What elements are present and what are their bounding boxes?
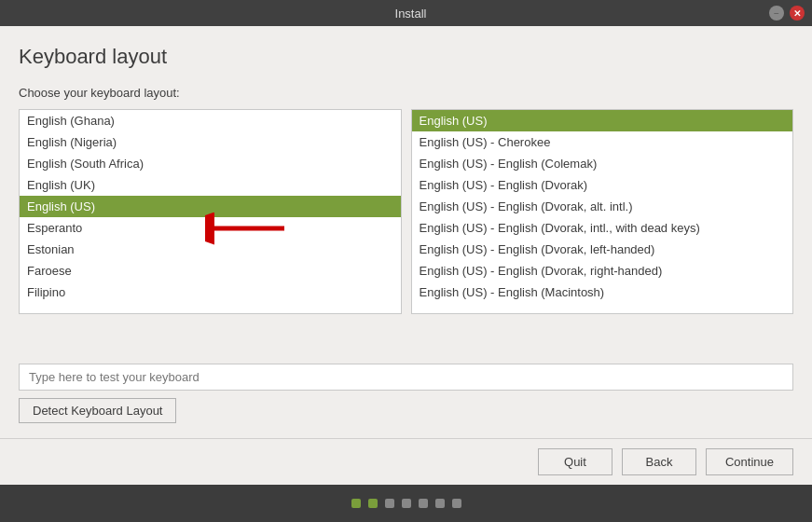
bottom-navigation: Quit Back Continue: [0, 438, 812, 485]
progress-dot: [385, 499, 394, 508]
page-title: Keyboard layout: [19, 45, 793, 69]
list-item[interactable]: Estonian: [20, 239, 401, 260]
lists-container: English (Ghana)English (Nigeria)English …: [19, 109, 793, 347]
keyboard-test-input[interactable]: [19, 364, 793, 391]
list-item[interactable]: English (US) - English (Colemak): [412, 153, 793, 174]
detect-button-wrap: Detect Keyboard Layout: [19, 398, 793, 423]
list-item[interactable]: English (Nigeria): [20, 131, 401, 153]
list-item[interactable]: Filipino: [20, 282, 401, 303]
back-button[interactable]: Back: [622, 448, 696, 475]
progress-dot: [351, 499, 361, 508]
progress-dot: [435, 499, 445, 508]
list-item[interactable]: English (US) - English (Dvorak, left-han…: [412, 239, 793, 260]
list-item[interactable]: English (South Africa): [20, 153, 401, 174]
progress-dot: [402, 499, 411, 508]
close-button[interactable]: ✕: [790, 6, 805, 21]
list-item[interactable]: English (US) - English (Dvorak, right-ha…: [412, 260, 793, 282]
continue-button[interactable]: Continue: [706, 448, 793, 475]
list-item[interactable]: Faroese: [20, 260, 401, 282]
quit-button[interactable]: Quit: [538, 448, 612, 475]
title-bar: Install − ✕: [0, 0, 812, 26]
list-item[interactable]: English (US) - Cherokee: [412, 131, 793, 153]
list-item[interactable]: Esperanto: [20, 217, 401, 239]
list-item[interactable]: English (US) - English (Dvorak, alt. int…: [412, 196, 793, 217]
detect-keyboard-layout-button[interactable]: Detect Keyboard Layout: [19, 398, 176, 423]
window-title: Install: [52, 7, 769, 21]
list-item[interactable]: English (UK): [20, 174, 401, 196]
minimize-button[interactable]: −: [769, 6, 784, 21]
progress-dots: [0, 485, 812, 522]
keyboard-layout-left-list[interactable]: English (Ghana)English (Nigeria)English …: [19, 109, 402, 314]
progress-dot: [452, 499, 461, 508]
keyboard-layout-right-list[interactable]: English (US)English (US) - CherokeeEngli…: [411, 109, 794, 314]
progress-dot: [419, 499, 428, 508]
main-content: Keyboard layout Choose your keyboard lay…: [0, 26, 812, 438]
subtitle: Choose your keyboard layout:: [19, 86, 793, 100]
test-input-wrap: [19, 364, 793, 391]
list-item[interactable]: English (US) - English (Macintosh): [412, 282, 793, 303]
list-item[interactable]: English (US): [412, 110, 793, 131]
list-item[interactable]: English (US) - English (Dvorak, intl., w…: [412, 217, 793, 239]
progress-dot: [368, 499, 378, 508]
list-item[interactable]: English (US): [20, 196, 401, 217]
list-item[interactable]: English (Ghana): [20, 110, 401, 131]
list-item[interactable]: English (US) - English (Dvorak): [412, 174, 793, 196]
window-controls: − ✕: [769, 6, 805, 21]
